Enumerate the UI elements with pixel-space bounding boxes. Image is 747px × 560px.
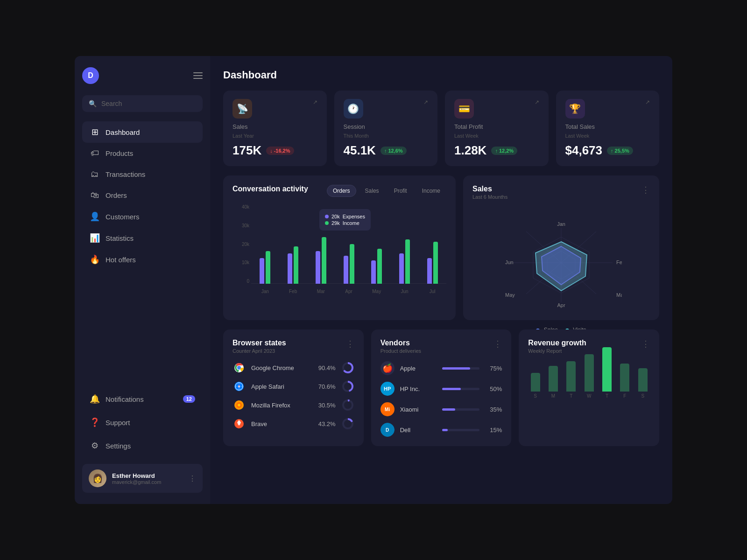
revenue-bar-wrap: M <box>546 366 560 399</box>
bar-green <box>294 246 298 284</box>
main-nav: ⊞ Dashboard 🏷 Products 🗂 Transactions 🛍 … <box>82 121 203 270</box>
vendor-pct: 35% <box>485 406 502 413</box>
vendor-bar-wrap <box>442 388 479 390</box>
sidebar-item-orders[interactable]: 🛍 Orders <box>82 185 203 206</box>
tab-orders[interactable]: Orders <box>327 185 356 197</box>
svg-text:Apr: Apr <box>557 302 565 308</box>
stat-sublabel: Last Week <box>454 133 539 139</box>
revenue-day-label: T <box>570 393 572 399</box>
sidebar-item-dashboard[interactable]: ⊞ Dashboard <box>82 121 203 143</box>
revenue-bar <box>638 368 648 392</box>
total-sales-icon: 🏆 <box>565 99 585 119</box>
revenue-subtitle: Weekly Report <box>528 348 586 354</box>
hamburger-menu[interactable] <box>193 72 203 79</box>
vendor-name: Xiaomi <box>400 406 437 413</box>
bar-label: Jan <box>261 289 269 294</box>
vendor-name: Apple <box>400 365 437 372</box>
browser-states-title: Browser states <box>233 339 286 347</box>
sidebar-item-settings[interactable]: ⚙ Settings <box>82 435 203 456</box>
stat-sublabel: Last Week <box>565 133 650 139</box>
sidebar-item-statistics[interactable]: 📊 Statistics <box>82 227 203 249</box>
bar-green <box>350 244 354 284</box>
stat-value: 175K <box>233 143 261 158</box>
tooltip-income-label: Income <box>343 220 359 226</box>
sidebar-item-support[interactable]: ❓ Support <box>82 412 203 433</box>
bar-label: Apr <box>345 289 352 294</box>
notification-badge: 12 <box>183 395 195 403</box>
browser-pct: 43.2% <box>316 420 336 427</box>
revenue-menu[interactable]: ⋮ <box>641 339 650 349</box>
bar-label: May <box>372 289 381 294</box>
bar-group: Apr <box>335 244 363 284</box>
bar-label: Jul <box>430 289 436 294</box>
dell-logo: D <box>381 423 395 437</box>
donut-chart-chrome <box>341 361 354 374</box>
browser-name: Mozilla Firefox <box>251 402 310 409</box>
revenue-bar-wrap: T <box>564 361 578 399</box>
bar-group: May <box>363 249 391 284</box>
tab-sales[interactable]: Sales <box>359 185 385 197</box>
vendors-menu[interactable]: ⋮ <box>493 339 502 349</box>
bar-purple <box>399 253 404 284</box>
sidebar-item-label: Orders <box>106 191 127 199</box>
notifications-icon: 🔔 <box>90 394 100 404</box>
revenue-bar <box>531 373 540 392</box>
bar-purple <box>344 256 348 284</box>
browser-item-chrome: Google Chrome 90.4% <box>233 361 354 374</box>
expand-icon[interactable]: ↗ <box>423 99 428 105</box>
safari-icon <box>233 380 246 393</box>
stat-badge: ↑ 25,5% <box>607 147 633 155</box>
browser-pct: 30.5% <box>316 402 336 409</box>
bottom-row: Browser states Counter April 2023 ⋮ Goog… <box>223 329 659 446</box>
radar-menu-icon[interactable]: ⋮ <box>641 185 650 195</box>
vendor-name: HP Inc. <box>400 385 437 392</box>
radar-card-title: Sales <box>472 185 507 193</box>
chart-tabs: Orders Sales Profit Income <box>327 185 446 197</box>
sidebar-item-label: Products <box>106 149 133 157</box>
expand-icon[interactable]: ↗ <box>535 99 539 105</box>
svg-text:Jun: Jun <box>505 259 514 265</box>
stat-badge: ↑ 12,2% <box>491 147 517 155</box>
radar-card-subtitle: Last 6 Mounths <box>472 194 507 200</box>
sidebar-item-transactions[interactable]: 🗂 Transactions <box>82 164 203 185</box>
revenue-day-label: S <box>534 393 537 399</box>
revenue-bar-wrap: W <box>582 354 596 399</box>
tab-income[interactable]: Income <box>416 185 446 197</box>
radar-svg: Jan Feb Mar Apr May Jun <box>500 218 622 312</box>
user-name: Esther Howard <box>112 472 183 479</box>
tab-profit[interactable]: Profit <box>388 185 413 197</box>
sidebar-item-label: Hot offers <box>106 256 136 264</box>
stat-cards: 📡 ↗ Sales Last Year 175K ↓ -16,2% 🕐 ↗ <box>223 91 659 166</box>
sidebar-item-notifications[interactable]: 🔔 Notifications 12 <box>82 388 203 410</box>
vendor-item-hp: HP HP Inc. 50% <box>381 382 502 396</box>
y-axis-labels: 40k 30k 20k 10k 0 <box>233 204 249 284</box>
stat-value: 1.28K <box>454 143 486 158</box>
browser-states-menu[interactable]: ⋮ <box>346 339 354 349</box>
chrome-icon <box>233 361 246 374</box>
revenue-day-label: M <box>551 393 555 399</box>
user-menu-icon[interactable]: ⋮ <box>189 474 196 483</box>
vendor-pct: 75% <box>485 365 502 372</box>
expand-icon[interactable]: ↗ <box>645 99 650 105</box>
vendor-name: Dell <box>400 427 437 434</box>
browser-states-card: Browser states Counter April 2023 ⋮ Goog… <box>223 329 364 446</box>
expand-icon[interactable]: ↗ <box>313 99 317 105</box>
revenue-day-label: F <box>623 393 626 399</box>
sidebar-item-label: Customers <box>106 213 140 221</box>
sidebar-item-products[interactable]: 🏷 Products <box>82 143 203 164</box>
sidebar-item-customers[interactable]: 👤 Customers <box>82 206 203 227</box>
sidebar-item-label: Transactions <box>106 170 145 178</box>
bar-group: Mar <box>307 237 335 284</box>
transactions-icon: 🗂 <box>90 169 100 179</box>
sidebar-item-label: Statistics <box>106 234 134 242</box>
svg-point-29 <box>238 404 240 406</box>
stat-sublabel: This Month <box>344 133 429 139</box>
sidebar-item-hot-offers[interactable]: 🔥 Hot offers <box>82 249 203 270</box>
stat-card-total-sales: 🏆 ↗ Total Sales Last Week $4,673 ↑ 25,5% <box>556 91 660 166</box>
vendors-subtitle: Product deliveries <box>381 348 421 354</box>
svg-text:May: May <box>505 292 515 298</box>
revenue-growth-card: Revenue growth Weekly Report ⋮ SMTWTFS <box>519 329 659 446</box>
search-box[interactable]: 🔍 Search <box>82 95 203 112</box>
tooltip-expenses-label: Expenses <box>343 214 365 219</box>
vendor-list: 🍎 Apple 75% HP HP Inc. 5 <box>381 361 502 437</box>
